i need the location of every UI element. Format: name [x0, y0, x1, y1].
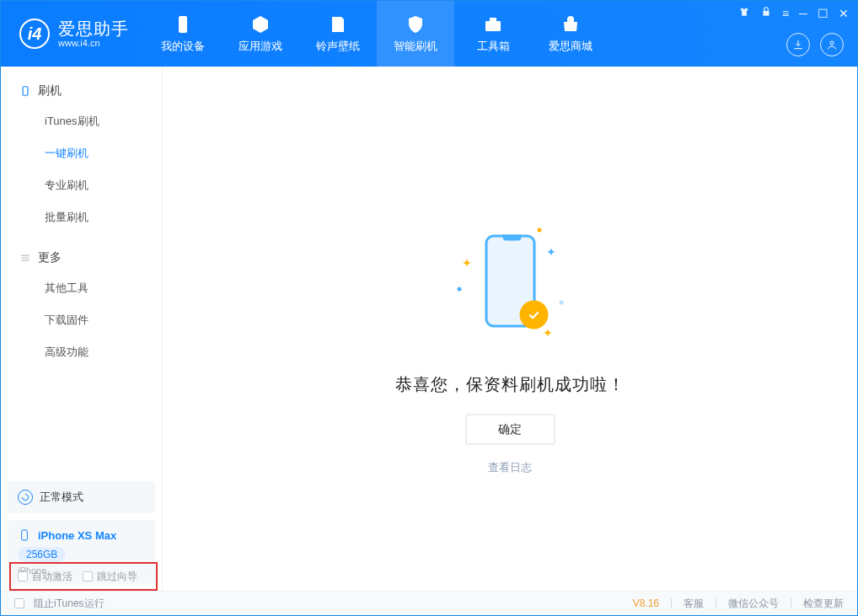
check-badge-icon [519, 300, 548, 329]
main-tabs: 我的设备 应用游戏 铃声壁纸 智能刷机 工具箱 爱思商城 [144, 1, 609, 67]
tab-label: 智能刷机 [394, 39, 437, 54]
device-name: iPhone XS Max [38, 529, 116, 542]
device-mode-label: 正常模式 [40, 490, 83, 505]
cube-icon [250, 14, 271, 35]
check-update-link[interactable]: 检查更新 [803, 597, 844, 611]
tab-ringtones[interactable]: 铃声壁纸 [299, 1, 377, 67]
tab-smart-flash[interactable]: 智能刷机 [377, 1, 454, 67]
sidebar-item-other-tools[interactable]: 其他工具 [1, 272, 162, 304]
tab-apps-games[interactable]: 应用游戏 [222, 1, 299, 67]
tab-label: 应用游戏 [239, 39, 282, 54]
checkbox-label: 跳过向导 [97, 570, 137, 584]
wechat-link[interactable]: 微信公众号 [728, 597, 779, 611]
device-icon [19, 85, 31, 97]
svg-rect-0 [179, 16, 187, 33]
result-title: 恭喜您，保资料刷机成功啦！ [395, 372, 625, 395]
lock-icon[interactable] [760, 6, 772, 20]
flash-result: ✦✦✦ 恭喜您，保资料刷机成功啦！ 确定 查看日志 [395, 226, 625, 474]
device-mode-box[interactable]: 正常模式 [8, 481, 155, 513]
checkbox-label: 自动激活 [32, 570, 72, 584]
device-storage-badge: 256GB [18, 547, 66, 562]
svg-rect-5 [23, 87, 28, 96]
list-icon [19, 252, 31, 264]
brand-logo: i4 爱思助手 www.i4.cn [1, 19, 144, 49]
view-log-link[interactable]: 查看日志 [395, 459, 625, 474]
phone-outline-icon [18, 528, 31, 542]
tab-label: 工具箱 [477, 39, 510, 54]
main-content: ✦✦✦ 恭喜您，保资料刷机成功啦！ 确定 查看日志 [163, 67, 857, 592]
success-illustration: ✦✦✦ [455, 226, 565, 352]
sidebar-item-itunes-flash[interactable]: iTunes刷机 [1, 105, 162, 137]
sidebar-section-more: 更多 [1, 245, 162, 272]
sidebar-item-oneclick-flash[interactable]: 一键刷机 [1, 137, 162, 169]
minimize-button[interactable]: ─ [799, 7, 807, 20]
tab-label: 爱思商城 [549, 39, 593, 54]
user-button[interactable] [820, 33, 844, 56]
music-file-icon [328, 14, 348, 35]
tab-my-device[interactable]: 我的设备 [144, 1, 222, 67]
phone-icon [173, 14, 193, 35]
brand-title: 爱思助手 [58, 19, 129, 38]
shirt-icon[interactable] [738, 6, 750, 20]
menu-icon[interactable]: ≡ [782, 7, 789, 20]
download-button[interactable] [786, 33, 810, 56]
brand-subtitle: www.i4.cn [58, 38, 129, 48]
tab-store[interactable]: 爱思商城 [532, 1, 609, 67]
app-header: i4 爱思助手 www.i4.cn 我的设备 应用游戏 铃声壁纸 智能刷机 工具… [1, 1, 857, 67]
svg-point-4 [830, 41, 834, 45]
store-icon [560, 14, 581, 35]
sidebar-item-pro-flash[interactable]: 专业刷机 [1, 169, 162, 201]
shield-refresh-icon [405, 14, 426, 35]
support-link[interactable]: 客服 [684, 597, 704, 611]
auto-activate-checkbox[interactable]: 自动激活 [18, 570, 72, 584]
status-bar: 阻止iTunes运行 V8.16 客服 微信公众号 检查更新 [1, 591, 857, 615]
maximize-button[interactable]: ☐ [818, 7, 829, 20]
svg-rect-6 [22, 530, 28, 540]
version-label: V8.16 [633, 597, 659, 609]
svg-rect-2 [490, 18, 496, 21]
window-controls: ≡ ─ ☐ ✕ [738, 6, 849, 20]
svg-rect-3 [763, 11, 769, 16]
sidebar-item-advanced[interactable]: 高级功能 [1, 336, 162, 368]
svg-rect-1 [485, 21, 501, 31]
sidebar-section-flash: 刷机 [1, 78, 162, 105]
sidebar-section-label: 更多 [38, 250, 62, 265]
sidebar-item-download-firmware[interactable]: 下载固件 [1, 304, 162, 336]
ok-button[interactable]: 确定 [465, 414, 555, 444]
mode-icon [18, 490, 33, 505]
checkbox-label: 阻止iTunes运行 [34, 597, 105, 611]
skip-guide-checkbox[interactable]: 跳过向导 [83, 570, 137, 584]
flash-options-row: 自动激活 跳过向导 [9, 562, 158, 591]
tab-label: 铃声壁纸 [316, 39, 360, 54]
sidebar-section-label: 刷机 [38, 83, 62, 99]
tab-label: 我的设备 [161, 39, 205, 54]
sidebar: 刷机 iTunes刷机 一键刷机 专业刷机 批量刷机 更多 其他工具 下载固件 … [1, 67, 163, 592]
tab-toolbox[interactable]: 工具箱 [454, 1, 532, 67]
block-itunes-checkbox[interactable]: 阻止iTunes运行 [14, 597, 105, 611]
close-button[interactable]: ✕ [839, 7, 849, 20]
toolbox-icon [483, 14, 503, 35]
sidebar-item-batch-flash[interactable]: 批量刷机 [1, 201, 162, 233]
brand-icon: i4 [19, 19, 50, 49]
